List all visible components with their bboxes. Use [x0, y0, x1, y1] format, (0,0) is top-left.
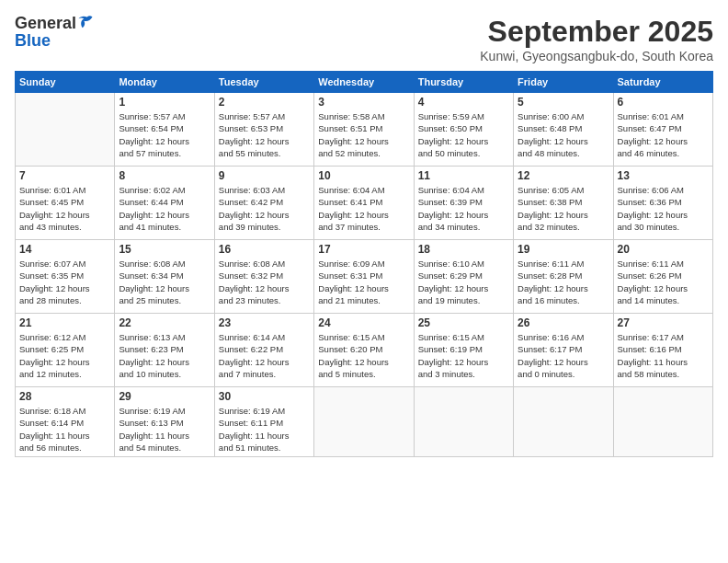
day-number: 8	[119, 169, 210, 182]
day-number: 4	[418, 96, 509, 109]
day-info: Sunrise: 6:11 AM Sunset: 6:26 PM Dayligh…	[618, 258, 709, 306]
week-row-2: 7Sunrise: 6:01 AM Sunset: 6:45 PM Daylig…	[16, 167, 713, 240]
day-number: 22	[119, 316, 210, 329]
day-cell: 26Sunrise: 6:16 AM Sunset: 6:17 PM Dayli…	[514, 314, 613, 387]
day-info: Sunrise: 5:58 AM Sunset: 6:51 PM Dayligh…	[318, 110, 409, 159]
week-row-4: 21Sunrise: 6:12 AM Sunset: 6:25 PM Dayli…	[16, 314, 713, 387]
day-cell: 13Sunrise: 6:06 AM Sunset: 6:36 PM Dayli…	[613, 167, 712, 240]
day-info: Sunrise: 6:12 AM Sunset: 6:25 PM Dayligh…	[19, 331, 110, 380]
day-info: Sunrise: 5:59 AM Sunset: 6:50 PM Dayligh…	[418, 110, 509, 159]
col-header-saturday: Saturday	[613, 72, 712, 93]
day-info: Sunrise: 6:08 AM Sunset: 6:34 PM Dayligh…	[119, 258, 210, 306]
day-number: 9	[219, 169, 310, 182]
day-number: 13	[618, 169, 709, 182]
day-cell: 2Sunrise: 5:57 AM Sunset: 6:53 PM Daylig…	[214, 93, 313, 167]
day-number: 29	[119, 390, 210, 403]
day-cell: 14Sunrise: 6:07 AM Sunset: 6:35 PM Dayli…	[16, 240, 115, 314]
day-cell: 1Sunrise: 5:57 AM Sunset: 6:54 PM Daylig…	[115, 93, 214, 167]
day-cell: 7Sunrise: 6:01 AM Sunset: 6:45 PM Daylig…	[16, 167, 115, 240]
day-cell: 22Sunrise: 6:13 AM Sunset: 6:23 PM Dayli…	[115, 314, 214, 387]
logo-bird-icon	[76, 15, 95, 33]
day-cell: 6Sunrise: 6:01 AM Sunset: 6:47 PM Daylig…	[613, 93, 712, 167]
month-title: September 2025	[480, 15, 713, 49]
day-cell: 27Sunrise: 6:17 AM Sunset: 6:16 PM Dayli…	[613, 314, 712, 387]
day-cell	[16, 93, 115, 167]
day-number: 1	[119, 96, 210, 109]
col-header-wednesday: Wednesday	[314, 72, 414, 93]
day-info: Sunrise: 6:04 AM Sunset: 6:39 PM Dayligh…	[418, 184, 509, 233]
col-header-thursday: Thursday	[414, 72, 513, 93]
location: Kunwi, Gyeongsangbuk-do, South Korea	[480, 49, 713, 63]
day-info: Sunrise: 6:18 AM Sunset: 6:14 PM Dayligh…	[19, 405, 110, 454]
col-header-sunday: Sunday	[16, 72, 115, 93]
day-cell: 15Sunrise: 6:08 AM Sunset: 6:34 PM Dayli…	[115, 240, 214, 314]
day-info: Sunrise: 6:01 AM Sunset: 6:45 PM Dayligh…	[19, 184, 110, 233]
day-cell: 16Sunrise: 6:08 AM Sunset: 6:32 PM Dayli…	[214, 240, 313, 314]
col-header-tuesday: Tuesday	[214, 72, 313, 93]
day-cell: 29Sunrise: 6:19 AM Sunset: 6:13 PM Dayli…	[115, 387, 214, 457]
day-cell: 11Sunrise: 6:04 AM Sunset: 6:39 PM Dayli…	[414, 167, 513, 240]
day-cell: 9Sunrise: 6:03 AM Sunset: 6:42 PM Daylig…	[214, 167, 313, 240]
logo-general: General	[15, 14, 76, 32]
day-cell: 30Sunrise: 6:19 AM Sunset: 6:11 PM Dayli…	[214, 387, 313, 457]
day-cell	[514, 387, 613, 457]
day-cell: 21Sunrise: 6:12 AM Sunset: 6:25 PM Dayli…	[16, 314, 115, 387]
day-info: Sunrise: 6:14 AM Sunset: 6:22 PM Dayligh…	[219, 331, 310, 380]
day-number: 27	[618, 316, 709, 329]
day-cell: 5Sunrise: 6:00 AM Sunset: 6:48 PM Daylig…	[514, 93, 613, 167]
day-info: Sunrise: 6:10 AM Sunset: 6:29 PM Dayligh…	[418, 258, 509, 306]
day-cell	[314, 387, 414, 457]
day-info: Sunrise: 6:00 AM Sunset: 6:48 PM Dayligh…	[518, 110, 609, 159]
day-cell: 4Sunrise: 5:59 AM Sunset: 6:50 PM Daylig…	[414, 93, 513, 167]
day-info: Sunrise: 6:15 AM Sunset: 6:20 PM Dayligh…	[318, 331, 409, 380]
day-info: Sunrise: 6:02 AM Sunset: 6:44 PM Dayligh…	[119, 184, 210, 233]
day-number: 20	[618, 243, 709, 256]
day-cell: 28Sunrise: 6:18 AM Sunset: 6:14 PM Dayli…	[16, 387, 115, 457]
day-info: Sunrise: 6:06 AM Sunset: 6:36 PM Dayligh…	[618, 184, 709, 233]
day-number: 30	[219, 390, 310, 403]
day-number: 14	[19, 243, 110, 256]
day-number: 7	[19, 169, 110, 182]
week-row-1: 1Sunrise: 5:57 AM Sunset: 6:54 PM Daylig…	[16, 93, 713, 167]
day-info: Sunrise: 6:08 AM Sunset: 6:32 PM Dayligh…	[219, 258, 310, 306]
day-info: Sunrise: 6:16 AM Sunset: 6:17 PM Dayligh…	[518, 331, 609, 380]
week-row-3: 14Sunrise: 6:07 AM Sunset: 6:35 PM Dayli…	[16, 240, 713, 314]
day-number: 28	[19, 390, 110, 403]
day-info: Sunrise: 5:57 AM Sunset: 6:53 PM Dayligh…	[219, 110, 310, 159]
day-cell	[613, 387, 712, 457]
day-info: Sunrise: 6:03 AM Sunset: 6:42 PM Dayligh…	[219, 184, 310, 233]
day-number: 5	[518, 96, 609, 109]
day-cell	[414, 387, 513, 457]
day-info: Sunrise: 6:07 AM Sunset: 6:35 PM Dayligh…	[19, 258, 110, 306]
day-number: 17	[318, 243, 409, 256]
day-cell: 23Sunrise: 6:14 AM Sunset: 6:22 PM Dayli…	[214, 314, 313, 387]
day-info: Sunrise: 6:13 AM Sunset: 6:23 PM Dayligh…	[119, 331, 210, 380]
col-header-monday: Monday	[115, 72, 214, 93]
day-number: 19	[518, 243, 609, 256]
day-cell: 3Sunrise: 5:58 AM Sunset: 6:51 PM Daylig…	[314, 93, 414, 167]
day-cell: 24Sunrise: 6:15 AM Sunset: 6:20 PM Dayli…	[314, 314, 414, 387]
day-number: 23	[219, 316, 310, 329]
day-info: Sunrise: 6:15 AM Sunset: 6:19 PM Dayligh…	[418, 331, 509, 380]
day-number: 25	[418, 316, 509, 329]
day-info: Sunrise: 6:11 AM Sunset: 6:28 PM Dayligh…	[518, 258, 609, 306]
day-info: Sunrise: 6:05 AM Sunset: 6:38 PM Dayligh…	[518, 184, 609, 233]
day-number: 21	[19, 316, 110, 329]
day-cell: 10Sunrise: 6:04 AM Sunset: 6:41 PM Dayli…	[314, 167, 414, 240]
day-info: Sunrise: 5:57 AM Sunset: 6:54 PM Dayligh…	[119, 110, 210, 159]
header-row: SundayMondayTuesdayWednesdayThursdayFrid…	[16, 72, 713, 93]
day-info: Sunrise: 6:09 AM Sunset: 6:31 PM Dayligh…	[318, 258, 409, 306]
day-number: 15	[119, 243, 210, 256]
logo-text: General	[15, 15, 95, 33]
col-header-friday: Friday	[514, 72, 613, 93]
day-info: Sunrise: 6:04 AM Sunset: 6:41 PM Dayligh…	[318, 184, 409, 233]
day-cell: 19Sunrise: 6:11 AM Sunset: 6:28 PM Dayli…	[514, 240, 613, 314]
logo-blue: Blue	[15, 31, 51, 51]
day-number: 6	[618, 96, 709, 109]
day-info: Sunrise: 6:19 AM Sunset: 6:13 PM Dayligh…	[119, 405, 210, 454]
day-info: Sunrise: 6:19 AM Sunset: 6:11 PM Dayligh…	[219, 405, 310, 454]
day-cell: 12Sunrise: 6:05 AM Sunset: 6:38 PM Dayli…	[514, 167, 613, 240]
day-number: 2	[219, 96, 310, 109]
day-cell: 18Sunrise: 6:10 AM Sunset: 6:29 PM Dayli…	[414, 240, 513, 314]
day-number: 24	[318, 316, 409, 329]
